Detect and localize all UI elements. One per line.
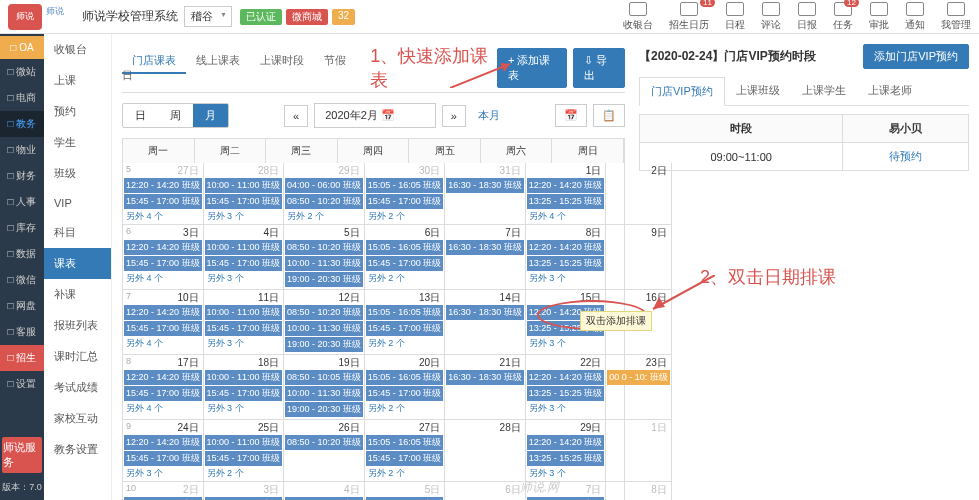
schedule-event[interactable]: 19:00 - 20:30 班级 (285, 272, 363, 287)
schedule-event[interactable]: 12:20 - 14:20 班级 (124, 435, 202, 450)
calendar-cell[interactable]: 924日12:20 - 14:20 班级15:45 - 17:00 班级另外 3… (123, 420, 204, 482)
schedule-event[interactable]: 13:25 - 15:25 班级 (527, 256, 605, 271)
calendar-cell[interactable]: 7日16:30 - 18:30 班级 (445, 225, 526, 290)
nav-□ 库存[interactable]: □ 库存 (0, 215, 44, 241)
nav-□ OA[interactable]: □ OA (0, 36, 44, 59)
nav-□ 人事[interactable]: □ 人事 (0, 189, 44, 215)
top-menu-评论[interactable]: 评论 (761, 2, 781, 32)
schedule-event[interactable]: 08:50 - 10:20 班级 (285, 194, 363, 209)
schedule-event[interactable]: 12:20 - 14:20 班级 (527, 370, 605, 385)
nav-□ 设置[interactable]: □ 设置 (0, 371, 44, 397)
subnav-收银台[interactable]: 收银台 (44, 34, 111, 65)
more-events-link[interactable]: 另外 4 个 (124, 210, 202, 223)
schedule-event[interactable]: 15:05 - 16:05 班级 (366, 240, 444, 255)
schedule-event[interactable]: 15:05 - 16:05 班级 (366, 435, 444, 450)
schedule-event[interactable]: 12:20 - 14:20 班级 (527, 178, 605, 193)
schedule-event[interactable]: 10:00 - 11:00 班级 (205, 240, 283, 255)
calendar-cell[interactable]: 6日15:05 - 16:05 班级15:45 - 17:00 班级另外 2 个 (365, 225, 446, 290)
schedule-event[interactable]: 10:00 - 11:30 班级 (285, 386, 363, 401)
top-menu-审批[interactable]: 审批 (869, 2, 889, 32)
schedule-event[interactable]: 16:30 - 18:30 班级 (446, 240, 524, 255)
calendar-cell[interactable]: 19日08:50 - 10:05 班级10:00 - 11:30 班级19:00… (284, 355, 365, 420)
month-picker[interactable]: 2020年2月 📅 (314, 103, 436, 128)
calendar-cell[interactable]: 31日16:30 - 18:30 班级 (445, 163, 526, 225)
schedule-event[interactable]: 19:00 - 20:30 班级 (285, 402, 363, 417)
calendar-cell[interactable]: 8日 (606, 482, 672, 500)
schedule-event[interactable]: 12:20 - 14:20 班级 (527, 435, 605, 450)
export-button[interactable]: ⇩ 导出 (573, 48, 625, 88)
schedule-event[interactable]: 12:20 - 14:20 班级 (124, 370, 202, 385)
calendar-cell[interactable]: 14日16:30 - 18:30 班级 (445, 290, 526, 355)
nav-□ 财务[interactable]: □ 财务 (0, 163, 44, 189)
calendar-cell[interactable]: 29日04:00 - 06:00 班级08:50 - 10:20 班级另外 2 … (284, 163, 365, 225)
more-events-link[interactable]: 另外 2 个 (366, 402, 444, 415)
schedule-event[interactable]: 15:45 - 17:00 班级 (205, 451, 283, 466)
vip-tab-上课班级[interactable]: 上课班级 (725, 77, 791, 105)
calendar-cell[interactable]: 4日10:00 - 11:00 班级15:45 - 17:00 班级另外 3 个 (204, 225, 285, 290)
more-events-link[interactable]: 另外 3 个 (205, 210, 283, 223)
table-row[interactable]: 09:00~11:00待预约 (640, 143, 969, 171)
schedule-event[interactable]: 15:45 - 17:00 班级 (124, 194, 202, 209)
view-月[interactable]: 月 (193, 104, 228, 127)
booking-status-link[interactable]: 待预约 (843, 143, 969, 171)
subnav-考试成绩[interactable]: 考试成绩 (44, 372, 111, 403)
schedule-event[interactable]: 16:30 - 18:30 班级 (446, 305, 524, 320)
subnav-报班列表[interactable]: 报班列表 (44, 310, 111, 341)
schedule-event[interactable]: 15:45 - 17:00 班级 (366, 194, 444, 209)
schedule-event[interactable]: 15:45 - 17:00 班级 (366, 321, 444, 336)
calendar-cell[interactable]: 27日15:05 - 16:05 班级15:45 - 17:00 班级另外 2 … (365, 420, 446, 482)
subnav-课时汇总[interactable]: 课时汇总 (44, 341, 111, 372)
tab-线上课表[interactable]: 线上课表 (186, 48, 250, 72)
subnav-预约[interactable]: 预约 (44, 96, 111, 127)
schedule-event[interactable]: 10:00 - 11:00 班级 (205, 178, 283, 193)
schedule-event[interactable]: 08:50 - 10:20 班级 (285, 305, 363, 320)
schedule-event[interactable]: 04:00 - 06:00 班级 (285, 178, 363, 193)
more-events-link[interactable]: 另外 4 个 (124, 272, 202, 285)
schedule-event[interactable]: 10:00 - 11:30 班级 (285, 256, 363, 271)
schedule-event[interactable]: 15:45 - 17:00 班级 (124, 451, 202, 466)
top-menu-通知[interactable]: 通知 (905, 2, 925, 32)
schedule-event[interactable]: 13:25 - 15:25 班级 (527, 386, 605, 401)
vip-tab-门店VIP预约[interactable]: 门店VIP预约 (639, 77, 725, 106)
add-schedule-button[interactable]: + 添加课表 (497, 48, 567, 88)
subnav-学生[interactable]: 学生 (44, 127, 111, 158)
schedule-event[interactable]: 10:00 - 11:30 班级 (285, 321, 363, 336)
schedule-event[interactable]: 15:05 - 16:05 班级 (366, 178, 444, 193)
vip-tab-上课老师[interactable]: 上课老师 (857, 77, 923, 105)
schedule-event[interactable]: 10:00 - 11:00 班级 (205, 370, 283, 385)
calendar-cell[interactable]: 11日10:00 - 11:00 班级15:45 - 17:00 班级另外 3 … (204, 290, 285, 355)
calendar-cell[interactable]: 23日00 0 - 10: 班级 (606, 355, 672, 420)
subnav-课表[interactable]: 课表 (44, 248, 111, 279)
top-menu-日报[interactable]: 日报 (797, 2, 817, 32)
calendar-cell[interactable]: 527日12:20 - 14:20 班级15:45 - 17:00 班级另外 4… (123, 163, 204, 225)
tab-上课时段[interactable]: 上课时段 (250, 48, 314, 72)
schedule-event[interactable]: 10:00 - 11:00 班级 (205, 435, 283, 450)
more-events-link[interactable]: 另外 3 个 (205, 272, 283, 285)
schedule-event[interactable]: 15:45 - 17:00 班级 (205, 386, 283, 401)
calendar-cell[interactable]: 12日08:50 - 10:20 班级10:00 - 11:30 班级19:00… (284, 290, 365, 355)
more-events-link[interactable]: 另外 4 个 (124, 402, 202, 415)
calendar-cell[interactable]: 8日12:20 - 14:20 班级13:25 - 15:25 班级另外 3 个 (526, 225, 607, 290)
nav-□ 微信[interactable]: □ 微信 (0, 267, 44, 293)
list-icon-button[interactable]: 📋 (593, 104, 625, 127)
schedule-event[interactable]: 15:05 - 16:05 班级 (366, 370, 444, 385)
more-events-link[interactable]: 另外 2 个 (366, 467, 444, 480)
add-vip-booking-button[interactable]: 添加门店VIP预约 (863, 44, 969, 69)
calendar-cell[interactable]: 2日 (606, 163, 672, 225)
schedule-event[interactable]: 13:25 - 15:25 班级 (527, 451, 605, 466)
calendar-cell[interactable]: 5日15:05 - 16:05 班级15:45 - 17:00 班级另外 2 个 (365, 482, 446, 500)
schedule-event[interactable]: 12:20 - 14:20 班级 (124, 178, 202, 193)
calendar-cell[interactable]: 3日10:00 - 11:00 班级18:25 - 19:25 班级另外 2 个 (204, 482, 285, 500)
nav-□ 教务[interactable]: □ 教务 (0, 111, 44, 137)
schedule-event[interactable]: 15:45 - 17:00 班级 (205, 194, 283, 209)
store-selector[interactable]: 稽谷 (184, 6, 232, 27)
schedule-event[interactable]: 08:50 - 10:05 班级 (285, 370, 363, 385)
schedule-event[interactable]: 10:00 - 11:00 班级 (205, 305, 283, 320)
nav-□ 微站[interactable]: □ 微站 (0, 59, 44, 85)
more-events-link[interactable]: 另外 4 个 (527, 210, 605, 223)
calendar-cell[interactable]: 9日 (606, 225, 672, 290)
subnav-班级[interactable]: 班级 (44, 158, 111, 189)
schedule-event[interactable]: 16:30 - 18:30 班级 (446, 370, 524, 385)
more-events-link[interactable]: 另外 3 个 (205, 402, 283, 415)
more-events-link[interactable]: 另外 3 个 (205, 337, 283, 350)
